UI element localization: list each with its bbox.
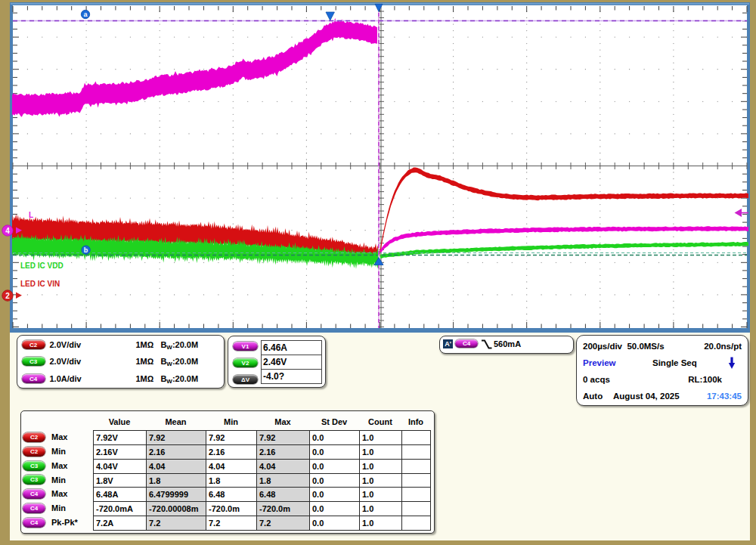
svg-text:L: L — [29, 211, 33, 219]
svg-text:2: 2 — [5, 292, 10, 300]
svg-text:4: 4 — [5, 227, 10, 235]
svg-text:b: b — [84, 246, 88, 254]
svg-text:LED IC VIN: LED IC VIN — [20, 280, 60, 288]
svg-text:LED IC VDD: LED IC VDD — [20, 262, 64, 270]
